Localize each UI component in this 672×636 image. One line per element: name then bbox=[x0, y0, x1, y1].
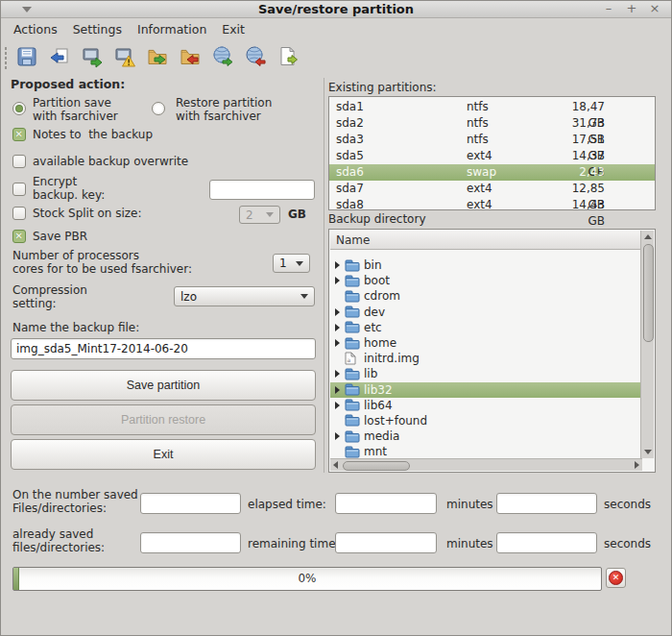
radio-restore-partition[interactable] bbox=[152, 102, 165, 115]
maximize-button[interactable]: + bbox=[623, 1, 640, 16]
partition-row[interactable]: sda5ext414,37 GB bbox=[329, 148, 655, 164]
partition-row[interactable]: sda2ntfs31,73 GB bbox=[329, 115, 655, 132]
radio-partition-save-label: Partition save with fsarchiver bbox=[33, 97, 118, 123]
partition-row[interactable]: sda8ext414,43 GB bbox=[329, 197, 655, 213]
folder-icon bbox=[345, 306, 364, 318]
remaining-seconds-input[interactable] bbox=[496, 532, 597, 553]
tree-header-name[interactable]: Name bbox=[330, 231, 641, 250]
panel-splitter[interactable] bbox=[324, 78, 324, 473]
save-partition-button[interactable]: Save partition bbox=[11, 370, 316, 401]
checkbox-notes-backup[interactable] bbox=[12, 128, 26, 141]
tree-item-selected[interactable]: lib32 bbox=[330, 382, 641, 398]
tree-item[interactable]: dev bbox=[330, 305, 641, 320]
partition-save-icon[interactable] bbox=[80, 44, 105, 69]
menu-information[interactable]: Information bbox=[136, 20, 207, 38]
tree-item[interactable]: bin bbox=[330, 257, 641, 273]
scroll-down-icon[interactable] bbox=[644, 450, 652, 454]
tree-item[interactable]: boot bbox=[330, 273, 641, 288]
split-size-combo[interactable]: 2 bbox=[239, 206, 280, 224]
tree-item[interactable]: home bbox=[330, 335, 641, 351]
schedule-save-icon[interactable] bbox=[210, 44, 235, 69]
expander-icon[interactable] bbox=[335, 324, 345, 331]
folder-icon bbox=[345, 446, 364, 458]
partition-row-selected[interactable]: sda6swap2,43 GB bbox=[329, 164, 655, 181]
cancel-button[interactable]: ✕ bbox=[606, 568, 626, 588]
checkbox-overwrite[interactable] bbox=[12, 155, 26, 168]
exit-button[interactable]: Exit bbox=[11, 439, 316, 470]
tree-item[interactable]: ainitrd.img bbox=[330, 351, 641, 366]
partition-restore-warning-icon[interactable] bbox=[112, 44, 137, 69]
export-file-icon[interactable] bbox=[276, 44, 300, 69]
partition-device: sda8 bbox=[329, 197, 467, 213]
folder-icon bbox=[345, 337, 364, 350]
tree-item[interactable]: lib64 bbox=[330, 398, 641, 413]
expander-icon[interactable] bbox=[335, 261, 345, 269]
scroll-left-icon[interactable] bbox=[333, 461, 338, 469]
minimize-button[interactable]: – bbox=[600, 1, 617, 16]
elapsed-seconds-input[interactable] bbox=[496, 493, 597, 514]
remaining-minutes-input[interactable] bbox=[335, 532, 437, 553]
checkbox-encrypt[interactable] bbox=[12, 183, 26, 196]
expander-icon[interactable] bbox=[335, 402, 345, 409]
tree-item[interactable]: media bbox=[330, 428, 641, 444]
checkbox-save-pbr-label: Save PBR bbox=[33, 231, 87, 244]
tree-item[interactable]: mnt bbox=[330, 444, 641, 459]
radio-save-line1: Partition save bbox=[33, 97, 118, 110]
expander-icon[interactable] bbox=[335, 370, 345, 378]
vertical-scrollbar-thumb[interactable] bbox=[643, 244, 654, 342]
menu-actions[interactable]: Actions bbox=[12, 20, 59, 38]
scroll-right-icon[interactable] bbox=[635, 461, 639, 469]
split-unit-label: GB bbox=[288, 208, 306, 222]
progress-bar: 0% bbox=[12, 567, 602, 591]
radio-restore-line1: Restore partition bbox=[176, 97, 272, 110]
expander-icon[interactable] bbox=[335, 432, 345, 440]
close-button[interactable]: × bbox=[646, 1, 663, 16]
schedule-restore-icon[interactable] bbox=[243, 44, 268, 69]
chevron-down-icon bbox=[296, 261, 303, 266]
files-saved-input[interactable] bbox=[140, 493, 241, 514]
menu-exit[interactable]: Exit bbox=[221, 20, 246, 38]
tree-item[interactable]: lib bbox=[330, 366, 641, 381]
partition-row[interactable]: sda3ntfs17,51 GB bbox=[329, 132, 655, 148]
toolbar-drag-handle[interactable] bbox=[4, 46, 9, 71]
compression-combo[interactable]: lzo bbox=[174, 286, 315, 306]
expander-icon[interactable] bbox=[335, 386, 345, 394]
toolbar bbox=[14, 44, 300, 69]
folder-restore-icon[interactable] bbox=[178, 44, 203, 69]
checkbox-encrypt-label: Encrypt backup. key: bbox=[33, 176, 105, 202]
save-icon[interactable] bbox=[14, 44, 39, 69]
partition-row[interactable]: sda7ext412,85 GB bbox=[329, 181, 655, 197]
radio-partition-save[interactable] bbox=[12, 102, 26, 115]
horizontal-scrollbar-thumb[interactable] bbox=[343, 461, 410, 471]
expander-icon[interactable] bbox=[335, 308, 345, 316]
backup-directory-label: Backup directory bbox=[328, 213, 425, 227]
tree-item[interactable]: cdrom bbox=[330, 288, 641, 304]
tree-item-label: etc bbox=[364, 321, 382, 334]
cores-combo[interactable]: 1 bbox=[273, 254, 310, 273]
encrypt-line1: Encrypt bbox=[33, 176, 105, 189]
expander-icon[interactable] bbox=[335, 339, 345, 347]
checkbox-split[interactable] bbox=[12, 207, 26, 220]
files-saved-label: On the number saved Files/directories: bbox=[12, 489, 138, 515]
restore-exit-icon[interactable] bbox=[47, 44, 72, 69]
menu-settings[interactable]: Settings bbox=[72, 20, 123, 38]
cores-line1: Number of processors bbox=[12, 250, 192, 263]
compression-line2: setting: bbox=[12, 298, 87, 311]
folder-icon bbox=[345, 259, 364, 272]
expander-icon[interactable] bbox=[335, 277, 345, 284]
filename-label: Name the backup file: bbox=[12, 322, 139, 335]
tree-item[interactable]: lost+found bbox=[330, 413, 641, 428]
partition-device: sda5 bbox=[329, 148, 467, 164]
already-saved-input[interactable] bbox=[140, 532, 241, 553]
partition-size: 18,47 GB bbox=[563, 99, 655, 115]
elapsed-minutes-input[interactable] bbox=[335, 493, 437, 514]
encrypt-key-input[interactable] bbox=[209, 180, 315, 200]
tree-item[interactable]: etc bbox=[330, 320, 641, 335]
backup-filename-input[interactable] bbox=[11, 338, 316, 359]
horizontal-scrollbar[interactable] bbox=[330, 458, 642, 471]
partition-row[interactable]: sda1ntfs18,47 GB bbox=[329, 99, 655, 115]
folder-save-icon[interactable] bbox=[145, 44, 170, 69]
checkbox-save-pbr[interactable] bbox=[12, 230, 26, 243]
vertical-scrollbar[interactable] bbox=[640, 231, 654, 458]
scroll-up-icon[interactable] bbox=[644, 234, 652, 239]
